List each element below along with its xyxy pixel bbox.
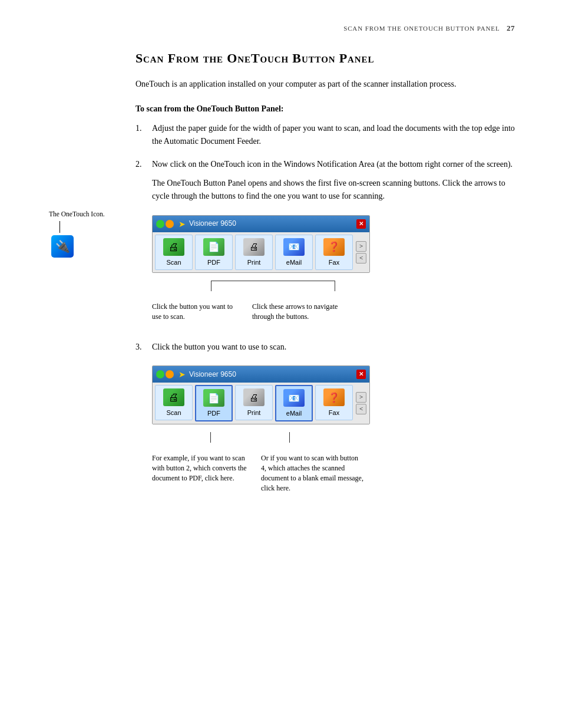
panel-1-print-icon: 🖨 <box>243 237 265 257</box>
email-img: 📧 <box>283 238 305 256</box>
step-2-subtext: The OneTouch Button Panel opens and show… <box>152 177 515 203</box>
step-1-num: 1. <box>135 122 152 149</box>
margin-note-label: The OneTouch Icon. <box>49 209 137 219</box>
panel-1-close-button[interactable]: ✕ <box>356 219 366 229</box>
panel-2-nav-up[interactable]: > <box>356 392 366 403</box>
ann-line-left <box>211 281 211 291</box>
content-area: Scan From the OneTouch Button Panel OneT… <box>0 51 562 509</box>
main-content: Scan From the OneTouch Button Panel OneT… <box>135 51 515 509</box>
panel-1-arrow-icon: ➤ <box>178 218 186 230</box>
left-margin <box>35 51 135 509</box>
panel-1-scan-label: Scan <box>166 258 181 268</box>
panel-2-scan-btn[interactable]: 🖨 Scan <box>155 385 193 420</box>
panel-2-scan-icon: 🖨 <box>163 387 185 407</box>
intro-text: OneTouch is an application installed on … <box>135 78 515 91</box>
panel-2-pdf-btn[interactable]: 📄 PDF <box>195 385 233 421</box>
step-2: 2. Now click on the OneTouch icon in the… <box>135 158 515 331</box>
panel-2-fax-icon: ❓ <box>323 387 345 407</box>
fax-img-2: ❓ <box>323 388 345 406</box>
panel-2-print-btn[interactable]: 🖨 Print <box>235 385 273 420</box>
panel-2-buttons-row: 🖨 Scan 📄 PDF <box>153 383 369 424</box>
panel-2-print-icon: 🖨 <box>243 387 265 407</box>
fax-img: ❓ <box>323 238 345 256</box>
step3-ann-line-right <box>289 432 290 443</box>
panel-1-pdf-label: PDF <box>207 258 220 268</box>
steps-list: 1. Adjust the paper guide for the width … <box>135 122 515 499</box>
panel-2-fax-btn[interactable]: ❓ Fax <box>315 385 353 420</box>
panel-2-orange-circle <box>166 370 174 378</box>
ann-left-label: Click the button you want to use to scan… <box>152 302 233 321</box>
panel-2-titlebar: ➤ Visioneer 9650 ✕ <box>153 366 369 383</box>
step-1: 1. Adjust the paper guide for the width … <box>135 122 515 149</box>
print-img: 🖨 <box>243 238 265 256</box>
panel-2-title-icons <box>156 370 174 378</box>
step3-ann-line-left <box>210 432 211 443</box>
subsection-title: To scan from the OneTouch Button Panel: <box>135 104 515 114</box>
panel-1-email-btn[interactable]: 📧 eMail <box>275 235 313 270</box>
panel-1-email-label: eMail <box>286 258 302 268</box>
step-1-text: Adjust the paper guide for the width of … <box>152 122 515 149</box>
panel-2-email-btn[interactable]: 📧 eMail <box>275 385 313 421</box>
panel-1-print-btn[interactable]: 🖨 Print <box>235 235 273 270</box>
panel-2-nav-down[interactable]: < <box>356 404 366 414</box>
panel-1-green-circle <box>156 220 164 228</box>
step3-annotations: For example, if you want to scan with bu… <box>152 443 370 493</box>
step-3-text: Click the button you want to use to scan… <box>152 341 515 354</box>
panel-1-fax-icon: ❓ <box>323 237 345 257</box>
ann-left-text: Click the button you want to use to scan… <box>152 291 246 322</box>
panel-1-scan-icon: 🖨 <box>163 237 185 257</box>
ann-line-right <box>335 281 335 291</box>
page: SCAN FROM THE ONETOUCH BUTTON PANEL 27 S… <box>0 0 562 728</box>
header-title: SCAN FROM THE ONETOUCH BUTTON PANEL <box>343 25 500 32</box>
panel-2-arrow-icon: ➤ <box>178 368 186 381</box>
step-3-num: 3. <box>135 341 152 499</box>
panel-1-titlebar: ➤ Visioneer 9650 ✕ <box>153 216 369 232</box>
pdf-img-2: 📄 <box>203 389 224 407</box>
panel-1-pdf-btn[interactable]: 📄 PDF <box>195 235 233 270</box>
panel-2-print-label: Print <box>247 408 261 419</box>
page-header: SCAN FROM THE ONETOUCH BUTTON PANEL 27 <box>0 24 562 33</box>
panel-2-title-text: Visioneer 9650 <box>189 369 356 380</box>
panel-2-email-label: eMail <box>286 409 302 419</box>
chapter-title: Scan From the OneTouch Button Panel <box>135 51 515 66</box>
ann-right-label: Click these arrows to navigate through t… <box>252 302 338 321</box>
panel-1-orange-circle <box>166 220 174 228</box>
panel-1-fax-label: Fax <box>329 258 339 268</box>
onetouch-icon-symbol: 🔌 <box>55 237 70 256</box>
step-2-num: 2. <box>135 158 152 331</box>
margin-note-line <box>59 221 60 233</box>
panel-1-nav-down[interactable]: < <box>356 253 366 263</box>
panel-1-scan-btn[interactable]: 🖨 Scan <box>155 235 193 270</box>
panel-2-green-circle <box>156 370 164 378</box>
onetouch-icon: 🔌 <box>51 235 74 258</box>
panel-1-print-label: Print <box>247 258 261 268</box>
ann-right-text: Click these arrows to navigate through t… <box>246 291 346 322</box>
panel-1-title-icons <box>156 220 174 228</box>
panel-1-annotations: Click the button you want to use to scan… <box>152 291 370 322</box>
step3-ann-left: For example, if you want to scan with bu… <box>152 443 255 493</box>
panel-2-pdf-icon: 📄 <box>203 388 225 408</box>
scan-img: 🖨 <box>163 238 184 256</box>
step3-ann-right-label: Or if you want to scan with button 4, wh… <box>261 454 363 492</box>
panel-1-title-text: Visioneer 9650 <box>189 218 356 229</box>
panel-1-fax-btn[interactable]: ❓ Fax <box>315 235 353 270</box>
panel-2-close-button[interactable]: ✕ <box>356 370 366 379</box>
panel-2-scan-label: Scan <box>166 408 181 419</box>
panel-1-nav-up[interactable]: > <box>356 241 366 252</box>
pdf-img: 📄 <box>203 238 224 256</box>
page-number: 27 <box>507 24 515 32</box>
step3-ann-right: Or if you want to scan with button 4, wh… <box>255 443 364 493</box>
print-img-2: 🖨 <box>243 388 265 406</box>
scan-img-2: 🖨 <box>163 388 184 406</box>
panel-2-email-icon: 📧 <box>283 388 305 408</box>
ann-bracket-top <box>211 281 335 281</box>
visioneer-panel-1: ➤ Visioneer 9650 ✕ 🖨 Scan <box>152 215 370 273</box>
step-2-body: Now click on the OneTouch icon in the Wi… <box>152 158 515 331</box>
panel-1-pdf-icon: 📄 <box>203 237 225 257</box>
step-3-body: Click the button you want to use to scan… <box>152 341 515 499</box>
email-img-2: 📧 <box>283 389 305 407</box>
panel-2-pdf-label: PDF <box>207 409 220 419</box>
step-3: 3. Click the button you want to use to s… <box>135 341 515 499</box>
panel-1-nav-col: > < <box>356 241 366 263</box>
panel-2-fax-label: Fax <box>329 408 339 419</box>
